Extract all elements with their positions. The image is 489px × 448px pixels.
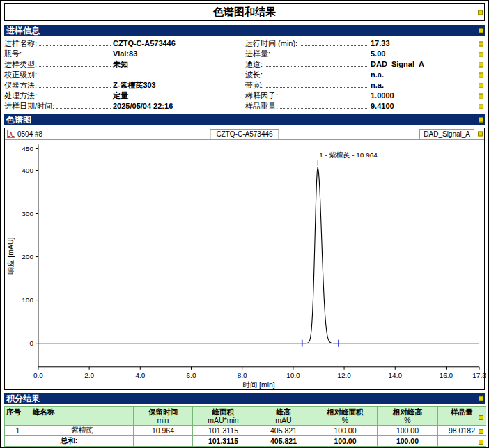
- injection-info-grid: 进样名称:CZTQ-C-A573446 运行时间 (min):17.33 瓶号:…: [4, 38, 485, 111]
- info-label: 带宽:: [245, 80, 263, 91]
- report-title-bar: 色谱图和结果: [4, 3, 485, 21]
- section-title: 积分结果: [6, 394, 40, 403]
- integration-table: 序号 峰名称 保留时间min 峰面积mAU*min 峰高mAU 相对峰面积% 相…: [4, 406, 486, 447]
- info-value: 未知: [113, 59, 245, 70]
- svg-text:0.0: 0.0: [33, 371, 43, 379]
- selection-handle[interactable]: [479, 429, 483, 434]
- table-row: 1 紫檀芪 10.964 101.3115 405.821 100.00 100…: [5, 426, 486, 436]
- svg-text:8.0: 8.0: [238, 371, 247, 379]
- column-header: 序号: [5, 407, 31, 426]
- column-header: 相对峰面积%: [313, 407, 378, 426]
- dotted-leader: [280, 98, 368, 98]
- selection-handle[interactable]: [478, 10, 483, 15]
- selection-handle[interactable]: [479, 396, 483, 401]
- injection-ref-label: 0504 #8: [17, 130, 42, 138]
- dotted-leader: [39, 98, 111, 98]
- table-cell: 100.00: [378, 436, 438, 447]
- svg-text:450: 450: [22, 145, 33, 153]
- info-row: 进样名称:CZTQ-C-A573446 运行时间 (min):17.33: [4, 38, 485, 49]
- info-label: 进样日期/时间:: [4, 101, 54, 111]
- info-label: 稀释因子:: [245, 91, 278, 101]
- svg-text:14.0: 14.0: [389, 371, 403, 379]
- dotted-leader: [272, 56, 368, 56]
- chromatogram-svg: 0.02.04.06.08.010.012.014.016.017.301002…: [5, 140, 486, 389]
- info-value: 9.4100: [371, 101, 475, 111]
- section-title: 进样信息: [6, 26, 40, 36]
- svg-text:时间 [min]: 时间 [min]: [242, 381, 275, 389]
- total-label: 总和:: [5, 436, 134, 447]
- svg-text:100: 100: [22, 296, 33, 304]
- integration-table-wrap: 序号 峰名称 保留时间min 峰面积mAU*min 峰高mAU 相对峰面积% 相…: [4, 406, 485, 447]
- table-cell: 405.821: [254, 436, 313, 447]
- chromatogram-header-strip: 0504 #8 CZTQ-C-A573446 DAD_Signal_A: [5, 128, 484, 140]
- svg-text:2.0: 2.0: [84, 371, 94, 379]
- table-cell: [134, 436, 193, 447]
- info-row: 瓶号:Vial:83 进样量:5.00: [4, 49, 485, 59]
- info-value: Vial:83: [113, 49, 245, 59]
- info-label: 进样类型:: [4, 59, 37, 70]
- info-row: 仪器方法:Z-紫檀芪303 带宽:n.a.: [4, 80, 485, 91]
- section-title: 色谱图: [6, 115, 31, 125]
- selection-handle[interactable]: [479, 440, 483, 445]
- selection-handle[interactable]: [479, 83, 483, 88]
- table-cell: 10.964: [134, 426, 193, 436]
- table-cell: 紫檀芪: [31, 426, 134, 436]
- table-cell: 101.3115: [193, 436, 254, 447]
- svg-text:400: 400: [22, 167, 33, 174]
- table-cell: 1: [5, 426, 31, 436]
- info-label: 瓶号:: [4, 49, 22, 59]
- section-header-integration-results: 积分结果: [4, 393, 485, 404]
- dotted-leader: [56, 108, 111, 109]
- table-cell: 405.821: [254, 426, 313, 436]
- column-header: 峰高mAU: [254, 407, 313, 426]
- info-row: 进样日期/时间:2025/05/04 22:16 样品重量:9.4100: [4, 101, 485, 111]
- info-value: 1.0000: [371, 91, 475, 101]
- selection-handle[interactable]: [478, 132, 483, 137]
- chromatogram-icon: [7, 130, 15, 138]
- table-header-row: 序号 峰名称 保留时间min 峰面积mAU*min 峰高mAU 相对峰面积% 相…: [5, 407, 486, 426]
- svg-text:4.0: 4.0: [135, 371, 145, 379]
- svg-text:1 - 紫檀芪 - 10.964: 1 - 紫檀芪 - 10.964: [319, 151, 378, 159]
- info-label: 进样名称:: [4, 38, 37, 49]
- info-value: 17.33: [371, 38, 475, 49]
- selection-handle[interactable]: [479, 93, 483, 98]
- report-page: 色谱图和结果 进样信息 进样名称:CZTQ-C-A573446 运行时间 (mi…: [0, 0, 489, 448]
- column-header: 峰面积mAU*min: [193, 407, 254, 426]
- svg-text:17.3: 17.3: [472, 371, 486, 379]
- dotted-leader: [280, 108, 368, 109]
- dotted-leader: [39, 77, 111, 77]
- selection-handle[interactable]: [479, 118, 483, 123]
- selection-handle[interactable]: [479, 72, 483, 77]
- info-value: DAD_Signal_A: [371, 59, 475, 70]
- selection-handle[interactable]: [479, 415, 483, 420]
- info-value: n.a.: [371, 70, 475, 80]
- info-label: 进样量:: [245, 49, 270, 59]
- svg-text:16.0: 16.0: [440, 371, 453, 379]
- selection-handle[interactable]: [479, 29, 483, 33]
- chromatogram-panel: 0504 #8 CZTQ-C-A573446 DAD_Signal_A 0.02…: [4, 128, 485, 390]
- table-cell: 100.00: [313, 436, 378, 447]
- selection-handle[interactable]: [479, 104, 483, 109]
- svg-text:12.0: 12.0: [337, 371, 351, 379]
- info-label: 仪器方法:: [4, 80, 37, 91]
- dotted-leader: [39, 66, 111, 67]
- info-label: 样品重量:: [245, 101, 278, 111]
- svg-text:10.0: 10.0: [286, 371, 300, 379]
- page-title: 色谱图和结果: [213, 6, 276, 19]
- signal-name-label: DAD_Signal_A: [419, 129, 474, 139]
- svg-text:响应 [mAU]: 响应 [mAU]: [7, 237, 15, 274]
- column-header: 相对峰高%: [378, 407, 438, 426]
- selection-handle[interactable]: [479, 52, 483, 56]
- info-value: 2025/05/04 22:16: [113, 101, 245, 111]
- table-cell: 101.3115: [193, 426, 254, 436]
- column-header: 峰名称: [31, 407, 134, 426]
- info-value: 定量: [113, 91, 245, 101]
- column-header: 保留时间min: [134, 407, 193, 426]
- selection-handle[interactable]: [479, 62, 483, 67]
- dotted-leader: [300, 45, 368, 46]
- section-header-chromatogram: 色谱图: [4, 114, 485, 125]
- injection-ref: 0504 #8: [7, 130, 42, 138]
- table-total-row: 总和: 101.3115 405.821 100.00 100.00: [5, 436, 486, 447]
- info-row: 处理方法:定量 稀释因子:1.0000: [4, 91, 485, 101]
- selection-handle[interactable]: [479, 41, 483, 46]
